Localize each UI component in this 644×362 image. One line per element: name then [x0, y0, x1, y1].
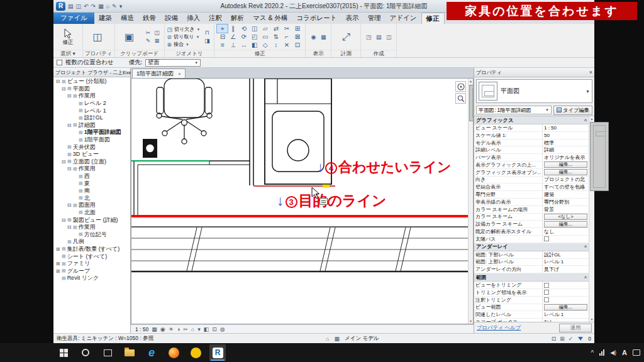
geometry-tool-0[interactable]: ◳切り欠き▼: [167, 26, 201, 33]
view-control-icon-6[interactable]: ▾: [197, 326, 201, 332]
geometry-extra-icon-1[interactable]: ◨: [203, 37, 211, 45]
multiple-alignment-checkbox[interactable]: [57, 60, 62, 65]
tree-item-天井伏図[interactable]: ▤天井伏図: [53, 143, 130, 151]
clipboard-tool-icon-2[interactable]: ✎: [144, 37, 153, 45]
ribbon-tab-設備[interactable]: 設備: [160, 13, 182, 24]
clipboard-tool-icon-3[interactable]: ⊠: [153, 37, 162, 45]
filter-icon[interactable]: [578, 337, 583, 341]
view-scale[interactable]: 1 : 50: [135, 326, 148, 332]
modify-tool-icon-10[interactable]: ⟳: [238, 33, 249, 41]
paste-button[interactable]: ▣: [118, 31, 142, 43]
scrollbar-thumb[interactable]: [469, 85, 474, 121]
qat-icon-6[interactable]: ✎: [112, 2, 117, 11]
qat-icon-0[interactable]: ▤: [68, 2, 74, 11]
tree-item-東[interactable]: ▤東: [53, 180, 130, 187]
type-selector[interactable]: 平面図 ▼: [476, 79, 592, 103]
tree-item-1階平面図[interactable]: ▤1階平面図: [53, 136, 130, 144]
geometry-extra-icon-0[interactable]: ⊓: [203, 29, 211, 37]
ribbon-tab-鉄骨[interactable]: 鉄骨: [138, 13, 160, 24]
steering-wheel-icon[interactable]: [455, 81, 466, 92]
modify-tool-icon-22[interactable]: ✕: [281, 41, 292, 49]
ribbon-tab-建築[interactable]: 建築: [94, 13, 116, 24]
ribbon-tab-管理[interactable]: 管理: [364, 13, 386, 24]
tree-item-1階平面詳細図[interactable]: ▤1階平面詳細図: [53, 129, 130, 136]
home-icon[interactable]: ⌂: [326, 336, 329, 342]
modify-tool-icon-18[interactable]: ↔: [238, 41, 249, 49]
prefer-select[interactable]: 壁面 ▼: [145, 59, 201, 67]
modify-tool-icon-4[interactable]: ▱: [260, 25, 270, 33]
tree-item-集計表/数量 (すべて)[interactable]: ⊞▤集計表/数量 (すべて): [53, 246, 130, 253]
tree-item-方位記号[interactable]: ▤方位記号: [53, 231, 130, 238]
create-tool-icon-2[interactable]: ◫: [384, 31, 394, 43]
chevron-down-icon[interactable]: ▼: [586, 89, 590, 94]
scroll-up-icon[interactable]: ▲: [589, 116, 594, 121]
start-button[interactable]: [55, 344, 72, 361]
network-icon[interactable]: [599, 349, 604, 356]
properties-help-link[interactable]: プロパティ ヘルプ: [477, 324, 521, 331]
modify-tool-icon-17[interactable]: ⊥: [228, 41, 238, 49]
view-tool-icon-1[interactable]: ▦: [318, 31, 328, 43]
measure-button[interactable]: ⤢: [334, 31, 358, 43]
modify-tool-icon-14[interactable]: ⌐: [281, 33, 292, 41]
file-tab[interactable]: ファイル: [53, 13, 94, 24]
scrollbar-thumb[interactable]: [590, 122, 609, 191]
ribbon-tab-アドイン[interactable]: アドイン: [386, 13, 421, 24]
view-control-icon-8[interactable]: ⊡: [212, 326, 217, 332]
tree-item-製図ビュー (詳細)[interactable]: ⊟▤製図ビュー (詳細): [53, 216, 130, 224]
modify-tool-icon-2[interactable]: ⟲: [238, 25, 249, 33]
apply-button[interactable]: 適用: [559, 324, 592, 332]
view-control-icon-7[interactable]: ◧: [204, 326, 209, 332]
tree-item-Revit リンク[interactable]: ▤Revit リンク: [53, 275, 130, 282]
document-tab[interactable]: 1階平面詳細図 ×: [132, 69, 186, 78]
qat-icon-2[interactable]: ↶: [84, 2, 89, 11]
tree-item-立面図 (立面)[interactable]: ⊟▤立面図 (立面): [53, 158, 130, 166]
yellow-app-icon[interactable]: [187, 344, 204, 361]
action-center-icon[interactable]: [633, 349, 640, 356]
status-icon-0[interactable]: ⊡: [552, 336, 557, 342]
create-tool-icon-0[interactable]: ◳: [364, 31, 374, 43]
modify-tool-icon-6[interactable]: ✂: [281, 25, 292, 33]
tree-item-ファミリ[interactable]: ⊞▤ファミリ: [53, 260, 130, 268]
modify-tool-icon-20[interactable]: ◇: [260, 41, 270, 49]
panel-label-select[interactable]: 選択 ▾: [53, 50, 82, 57]
tree-item-シート (すべて)[interactable]: ▤シート (すべて): [53, 253, 130, 260]
modify-button[interactable]: 修正: [56, 28, 80, 45]
modify-tool-icon-15[interactable]: ⊠: [292, 33, 303, 41]
ribbon-tab-マス & 外構[interactable]: マス & 外構: [248, 13, 292, 24]
qat-icon-7[interactable]: ▾: [119, 2, 123, 11]
ribbon-tab-注釈[interactable]: 注釈: [204, 13, 226, 24]
clipboard-tool-icon-0[interactable]: ✂: [144, 29, 153, 37]
modify-tool-icon-3[interactable]: ◫: [249, 25, 260, 33]
ribbon-tab-解析[interactable]: 解析: [226, 13, 248, 24]
geometry-tool-1[interactable]: ⊘切り取り▼: [167, 33, 201, 40]
tree-item-南[interactable]: ▤南: [53, 187, 130, 195]
tree-item-西[interactable]: ▤西: [53, 173, 130, 180]
tray-expand-icon[interactable]: ^: [591, 349, 594, 356]
revit-logo-icon[interactable]: R: [56, 2, 65, 11]
qat-icon-5[interactable]: ⌂: [106, 2, 109, 11]
ribbon-tab-コラボレート[interactable]: コラボレート: [292, 13, 341, 24]
search-button[interactable]: [77, 344, 94, 361]
tree-item-北[interactable]: ▤北: [53, 195, 130, 202]
tree-item-作業用[interactable]: ⊟▤作業用: [53, 224, 130, 231]
align-tool-icon[interactable]: ⌖: [217, 25, 228, 33]
drawing-canvas[interactable]: ↓4合わせたいライン ↓3目的のライン: [131, 78, 474, 324]
modify-tool-icon-23[interactable]: ⊡: [292, 41, 303, 49]
ribbon-tab-構造[interactable]: 構造: [116, 13, 138, 24]
close-icon[interactable]: ×: [178, 71, 181, 77]
firefox-browser-icon[interactable]: [165, 344, 182, 361]
modify-tool-icon-9[interactable]: ∠: [228, 33, 238, 41]
modify-tool-icon-16[interactable]: ≡: [217, 41, 228, 49]
modify-tool-icon-8[interactable]: ⊟: [217, 33, 228, 41]
view-control-icon-9[interactable]: ◍: [220, 326, 225, 332]
qat-icon-3[interactable]: ↷: [91, 2, 96, 11]
tree-item-北面[interactable]: ▤北面: [53, 209, 130, 217]
geometry-tool-2[interactable]: ⊕接合▼: [167, 41, 201, 48]
modify-tool-icon-21[interactable]: ↕: [270, 41, 281, 49]
view-tool-icon-0[interactable]: ◉: [308, 31, 318, 43]
scroll-down-icon[interactable]: ▼: [469, 319, 473, 324]
clipboard-tool-icon-1[interactable]: ◫: [153, 29, 162, 37]
tree-item-グループ[interactable]: ⊞▤グループ: [53, 267, 130, 275]
ribbon-tab-挿入[interactable]: 挿入: [182, 13, 204, 24]
view-control-icon-0[interactable]: ▦: [152, 326, 157, 332]
